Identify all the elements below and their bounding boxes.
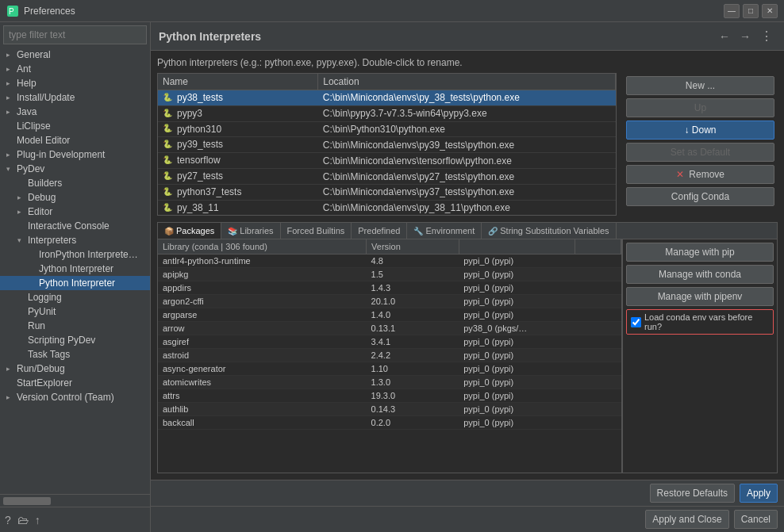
sidebar-item-general[interactable]: ▸General <box>0 48 150 62</box>
help-icon[interactable]: ? <box>5 514 11 526</box>
sidebar-item-task-tags[interactable]: Task Tags <box>0 347 150 362</box>
sidebar-item-startexplorer[interactable]: StartExplorer <box>0 376 150 390</box>
sidebar-item-liclipse[interactable]: LiClipse <box>0 119 150 133</box>
sidebar-item-label: Task Tags <box>28 349 70 360</box>
forward-arrow-button[interactable]: → <box>736 29 754 44</box>
sidebar-item-editor[interactable]: ▸Editor <box>0 205 150 219</box>
apply-and-close-button[interactable]: Apply and Close <box>645 510 728 529</box>
list-item[interactable]: authlib 0.14.3 pypi_0 (pypi) <box>158 403 621 416</box>
config-conda-button[interactable]: Config Conda <box>626 187 774 206</box>
sidebar-item-label: Interactive Console <box>28 220 110 232</box>
kebab-menu-button[interactable]: ⋮ <box>757 27 776 45</box>
list-item[interactable]: antlr4-python3-runtime 4.8 pypi_0 (pypi) <box>158 255 621 268</box>
tab-predefined[interactable]: Predefined <box>352 223 407 239</box>
sidebar-item-interactive-console[interactable]: Interactive Console <box>0 219 150 233</box>
list-item[interactable]: atomicwrites 1.3.0 pypi_0 (pypi) <box>158 376 621 389</box>
svg-text:P: P <box>9 7 14 16</box>
sidebar-item-ant[interactable]: ▸Ant <box>0 62 150 76</box>
tree-arrow-icon: ▸ <box>6 79 14 87</box>
list-item[interactable]: argon2-cffi 20.1.0 pypi_0 (pypi) <box>158 295 621 308</box>
sidebar-item-label: LiClipse <box>17 121 51 132</box>
sidebar-item-java[interactable]: ▸Java <box>0 105 150 119</box>
sidebar-item-run[interactable]: Run <box>0 319 150 333</box>
list-item[interactable]: attrs 19.3.0 pypi_0 (pypi) <box>158 389 621 403</box>
down-button[interactable]: ↓ Down <box>626 121 774 140</box>
list-item[interactable]: arrow 0.13.1 py38_0 (pkgs/… <box>158 322 621 335</box>
sidebar-item-jython-interpreter[interactable]: Jython Interpreter <box>0 262 150 276</box>
sidebar-item-label: IronPython Interprete… <box>39 249 138 260</box>
folder-icon[interactable]: 🗁 <box>17 514 29 526</box>
sidebar-item-debug[interactable]: ▸Debug <box>0 190 150 205</box>
tab-string-substitution[interactable]: 🔗String Substitution Variables <box>482 223 616 239</box>
tab-packages[interactable]: 📦Packages <box>158 223 221 239</box>
tab-libraries[interactable]: 📚Libraries <box>221 223 280 239</box>
load-conda-env-vars-checkbox[interactable] <box>631 317 641 327</box>
list-item[interactable]: async-generator 1.10 pypi_0 (pypi) <box>158 362 621 376</box>
sidebar-item-interpreters[interactable]: ▾Interpreters <box>0 233 150 247</box>
sidebar-item-python-interpreter[interactable]: Python Interpreter <box>0 276 150 290</box>
filter-input[interactable] <box>3 25 147 44</box>
sidebar-item-plug-in-development[interactable]: ▸Plug-in Development <box>0 147 150 162</box>
export-icon[interactable]: ↑ <box>35 514 40 526</box>
minimize-button[interactable]: — <box>724 4 740 18</box>
restore-defaults-button[interactable]: Restore Defaults <box>650 484 735 503</box>
list-item[interactable]: appdirs 1.4.3 pypi_0 (pypi) <box>158 281 621 295</box>
table-row[interactable]: 🐍py39_tests C:\bin\Miniconda\envs\py39_t… <box>158 137 616 153</box>
interpreter-table-container[interactable]: Name Location 🐍py38_tests C:\bin\Minicon… <box>157 73 617 216</box>
new-button[interactable]: New ... <box>626 76 774 95</box>
python-icon: 🐍 <box>163 124 174 135</box>
load-conda-env-vars-row: Load conda env vars before run? <box>626 309 774 335</box>
sidebar-item-help[interactable]: ▸Help <box>0 76 150 90</box>
manage-pipenv-button[interactable]: Manage with pipenv <box>626 287 774 306</box>
sidebar-item-label: Editor <box>28 206 52 217</box>
maximize-button[interactable]: □ <box>743 4 759 18</box>
library-column-header: Library (conda | 306 found) <box>158 239 367 255</box>
sidebar-item-model-editor[interactable]: Model Editor <box>0 133 150 147</box>
source-column-header <box>459 239 575 255</box>
packages-table-container[interactable]: Library (conda | 306 found) Version antl… <box>158 239 622 473</box>
horizontal-scrollbar[interactable] <box>0 494 150 507</box>
manage-pip-button[interactable]: Manage with pip <box>626 243 774 262</box>
table-row[interactable]: 🐍py27_tests C:\bin\Miniconda\envs\py27_t… <box>158 169 616 185</box>
cancel-button[interactable]: Cancel <box>734 510 778 529</box>
table-row[interactable]: 🐍pypy3 C:\bin\pypy3.7-v7.3.5-win64\pypy3… <box>158 105 616 121</box>
table-row[interactable]: 🐍py38_tests C:\bin\Miniconda\envs\py_38_… <box>158 90 616 106</box>
sidebar-item-ironpython-interpreter[interactable]: IronPython Interprete… <box>0 247 150 262</box>
sidebar-item-builders[interactable]: Builders <box>0 176 150 190</box>
sidebar-item-install-update[interactable]: ▸Install/Update <box>0 90 150 105</box>
sidebar-item-run-debug[interactable]: ▸Run/Debug <box>0 362 150 376</box>
set-default-button[interactable]: Set as Default <box>626 143 774 162</box>
up-button[interactable]: Up <box>626 98 774 117</box>
package-extra-cell <box>575 376 621 389</box>
back-arrow-button[interactable]: ← <box>716 29 733 44</box>
interpreter-location-cell: C:\bin\Miniconda\envs\tensorflow\python.… <box>318 153 616 169</box>
close-button[interactable]: ✕ <box>762 4 778 18</box>
package-extra-cell <box>575 389 621 403</box>
table-row[interactable]: 🐍py_38_11 C:\bin\Miniconda\envs\py_38_11… <box>158 200 616 216</box>
manage-conda-button[interactable]: Manage with conda <box>626 265 774 284</box>
tab-forced-builtins[interactable]: Forced Builtins <box>281 223 352 239</box>
list-item[interactable]: astroid 2.4.2 pypi_0 (pypi) <box>158 349 621 362</box>
package-source-cell: pypi_0 (pypi) <box>459 349 575 362</box>
sidebar-item-scripting-pydev[interactable]: Scripting PyDev <box>0 333 150 347</box>
package-version-cell: 1.10 <box>367 362 459 376</box>
table-row[interactable]: 🐍python310 C:\bin\Python310\python.exe <box>158 121 616 137</box>
table-row[interactable]: 🐍tensorflow C:\bin\Miniconda\envs\tensor… <box>158 153 616 169</box>
remove-button[interactable]: ✕ Remove <box>626 165 774 184</box>
sidebar-item-version-control[interactable]: ▸Version Control (Team) <box>0 390 150 404</box>
package-version-cell: 4.8 <box>367 255 459 268</box>
apply-button[interactable]: Apply <box>740 484 778 503</box>
sidebar-item-pyunit[interactable]: PyUnit <box>0 304 150 319</box>
list-item[interactable]: backcall 0.2.0 pypi_0 (pypi) <box>158 416 621 430</box>
package-source-cell: py38_0 (pkgs/… <box>459 322 575 335</box>
package-version-cell: 2.4.2 <box>367 349 459 362</box>
table-row[interactable]: 🐍python37_tests C:\bin\Miniconda\envs\py… <box>158 184 616 200</box>
sidebar-item-logging[interactable]: Logging <box>0 290 150 304</box>
package-source-cell: pypi_0 (pypi) <box>459 389 575 403</box>
package-version-cell: 1.4.3 <box>367 281 459 295</box>
list-item[interactable]: asgiref 3.4.1 pypi_0 (pypi) <box>158 335 621 349</box>
list-item[interactable]: apipkg 1.5 pypi_0 (pypi) <box>158 268 621 281</box>
tab-environment[interactable]: 🔧Environment <box>407 223 482 239</box>
sidebar-item-pydev[interactable]: ▾PyDev <box>0 162 150 176</box>
list-item[interactable]: argparse 1.4.0 pypi_0 (pypi) <box>158 308 621 322</box>
